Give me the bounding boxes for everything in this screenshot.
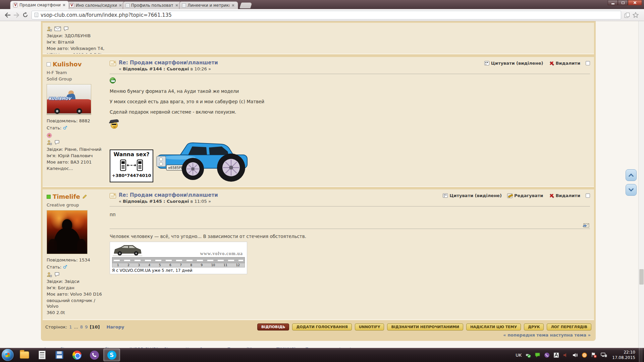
taskbar-document-app-icon[interactable] bbox=[34, 349, 50, 361]
messenger-tray-icon[interactable] bbox=[535, 352, 540, 358]
bookmark-star-icon[interactable] bbox=[633, 12, 639, 18]
send-topic-button[interactable]: НАДІСЛАТИ ЦЮ ТЕМУ bbox=[466, 323, 521, 330]
profile-icon[interactable] bbox=[47, 140, 52, 145]
page-link[interactable]: 9 bbox=[85, 324, 88, 329]
go-up-link[interactable]: Нагору bbox=[106, 324, 124, 329]
scrollbar-track[interactable] bbox=[638, 21, 644, 348]
message-bubble-icon[interactable] bbox=[63, 26, 69, 32]
tab-close-icon[interactable] bbox=[231, 3, 235, 7]
message-bubble-icon[interactable] bbox=[54, 140, 60, 145]
user-info-line: Мое авто: Volkswagen T4, bbox=[47, 46, 106, 52]
taskbar-clock[interactable]: 22:10 17.08.2015 bbox=[612, 350, 635, 360]
mark-unread-button[interactable]: ВІДЗНАЧИТИ НЕПРОЧИТАНИМИ bbox=[387, 323, 463, 330]
new-tab-button[interactable] bbox=[239, 2, 253, 8]
post-body-line: У моих соседей есть два врага, это я и м… bbox=[110, 99, 590, 104]
start-button[interactable] bbox=[2, 349, 14, 361]
quote-button[interactable]: Цитувати (виділене) bbox=[484, 61, 543, 66]
tab-salony[interactable]: V Ино салоны/сидухи (мес bbox=[66, 1, 125, 9]
network-icon[interactable] bbox=[601, 352, 607, 358]
user-group: Creative group bbox=[47, 202, 106, 208]
taskbar-save-app-icon[interactable] bbox=[51, 349, 68, 361]
taskbar-chrome-icon[interactable] bbox=[68, 349, 85, 361]
select-post-checkbox[interactable] bbox=[586, 61, 590, 65]
volume-icon[interactable] bbox=[572, 352, 578, 358]
tab-close-icon[interactable] bbox=[118, 3, 122, 7]
chevron-up-icon bbox=[629, 174, 634, 179]
print-button[interactable]: ДРУК bbox=[524, 323, 544, 330]
show-desktop-button[interactable] bbox=[639, 348, 643, 362]
language-indicator[interactable]: UK bbox=[516, 353, 522, 358]
taskbar-explorer-icon[interactable] bbox=[16, 349, 33, 361]
email-icon[interactable] bbox=[54, 26, 61, 31]
message-bubble-icon[interactable] bbox=[54, 272, 60, 277]
edit-post-button[interactable]: Редагувати bbox=[507, 193, 543, 198]
back-button[interactable] bbox=[3, 11, 12, 19]
usb-safely-remove-icon[interactable] bbox=[525, 352, 531, 358]
topic-footer: Сторінок: 1 ... 8 9 [10] Нагору ВІДПОВІД… bbox=[43, 321, 594, 332]
action-center-flag-icon[interactable] bbox=[591, 352, 597, 358]
rear-wheel bbox=[217, 154, 245, 182]
reply-button[interactable]: ВІДПОВІДЬ bbox=[257, 323, 289, 330]
recording-speaker-icon[interactable] bbox=[563, 352, 569, 358]
post-author-column: Звідки: ЗДОЛБУНІВ Ім'я: Віталій Мое авто… bbox=[47, 24, 106, 50]
tab-close-icon[interactable] bbox=[62, 3, 66, 7]
taskbar: S UK bbox=[0, 348, 644, 362]
profile-icon[interactable] bbox=[47, 26, 52, 32]
tab-topic[interactable]: V Продам смартфони\план bbox=[10, 1, 69, 9]
views-log-button[interactable]: ЛОГ ПЕРЕГЛЯДІВ bbox=[547, 323, 591, 330]
select-post-checkbox[interactable] bbox=[586, 193, 590, 198]
gender-line: Стать: ♂ bbox=[47, 125, 106, 131]
scroll-to-top-button[interactable] bbox=[626, 169, 637, 181]
edit-pencil-icon[interactable] bbox=[82, 194, 87, 199]
taskbar-viber-icon[interactable] bbox=[86, 349, 103, 361]
post-144: Kulishov H-F Team Solid Group KULISHOV П… bbox=[43, 57, 594, 187]
close-button[interactable] bbox=[628, 0, 642, 5]
tab-title: Профиль пользователя Т bbox=[131, 3, 173, 8]
taskbar-skype-icon[interactable]: S bbox=[103, 349, 120, 361]
prev-next-links[interactable]: « попередня тема наступна тема » bbox=[43, 332, 594, 340]
punto-switcher-icon[interactable] bbox=[553, 352, 559, 358]
viber-tray-icon[interactable] bbox=[544, 352, 550, 358]
user-info-line: Капендос... bbox=[47, 166, 106, 172]
url-bar[interactable]: vsop-club.com.ua/forum/index.php?topic=7… bbox=[32, 11, 621, 19]
delete-post-button[interactable]: Видалити bbox=[548, 193, 580, 198]
torrent-tray-icon[interactable] bbox=[582, 352, 587, 358]
post-subject[interactable]: Re: Продам смартфони\планшети bbox=[119, 192, 218, 198]
reply-meta: « Відповідь #145 : Сьогодні в 11:05 » bbox=[119, 199, 218, 204]
refresh-button[interactable] bbox=[21, 11, 30, 19]
minimize-button[interactable] bbox=[608, 0, 618, 5]
tab-lineiki[interactable]: Линеечки и метрики - Ук bbox=[179, 1, 238, 9]
grin-smiley-icon bbox=[110, 77, 116, 83]
page-link[interactable]: 1 bbox=[69, 324, 72, 329]
quote-button[interactable]: Цитувати (виділене) bbox=[443, 193, 502, 198]
signature-banner: Wanna sex? +380*74474010 bbox=[110, 149, 153, 182]
gender-label: Стать: bbox=[47, 264, 61, 269]
unnotify-button[interactable]: UNNOTIFY bbox=[355, 323, 384, 330]
male-symbol: ♂ bbox=[63, 125, 67, 130]
profile-icon[interactable] bbox=[47, 272, 52, 277]
user-group: H-F Team bbox=[47, 70, 106, 76]
scroll-to-bottom-button[interactable] bbox=[626, 184, 637, 196]
forward-button[interactable] bbox=[12, 11, 21, 19]
post-145: Timelife Creative group Повідомлень: 153… bbox=[43, 189, 594, 320]
restore-button[interactable] bbox=[618, 0, 628, 5]
url-text[interactable]: vsop-club.com.ua/forum/index.php?topic=7… bbox=[41, 12, 172, 18]
scrollbar-thumb[interactable] bbox=[639, 269, 644, 285]
delete-post-button[interactable]: Видалити bbox=[548, 61, 580, 66]
post-subject[interactable]: Re: Продам смартфони\планшети bbox=[119, 60, 218, 66]
add-poll-button[interactable]: ДОДАТИ ГОЛОСУВАННЯ bbox=[292, 323, 352, 330]
tab-title: Продам смартфони\план bbox=[19, 3, 60, 7]
tab-profile[interactable]: Профиль пользователя Т bbox=[123, 1, 182, 9]
duplicate-pages-icon[interactable] bbox=[625, 13, 629, 17]
volvo-car-image bbox=[112, 243, 143, 256]
quote-label: Цитувати (виділене) bbox=[491, 61, 543, 66]
page-link[interactable]: 8 bbox=[80, 324, 83, 329]
user-info-line: Звідки: ЗДОЛБУНІВ bbox=[47, 33, 106, 39]
clock-date: 17.08.2015 bbox=[612, 355, 635, 360]
author-link[interactable]: Kulishov bbox=[53, 60, 82, 68]
user-info-line: Ім'я: Юрій Павлович bbox=[47, 153, 106, 159]
author-link[interactable]: Timelife bbox=[53, 193, 80, 200]
tab-close-icon[interactable] bbox=[175, 3, 179, 7]
license-plate-text: к6585РВ bbox=[168, 166, 183, 170]
user-group: Solid Group bbox=[47, 76, 106, 82]
